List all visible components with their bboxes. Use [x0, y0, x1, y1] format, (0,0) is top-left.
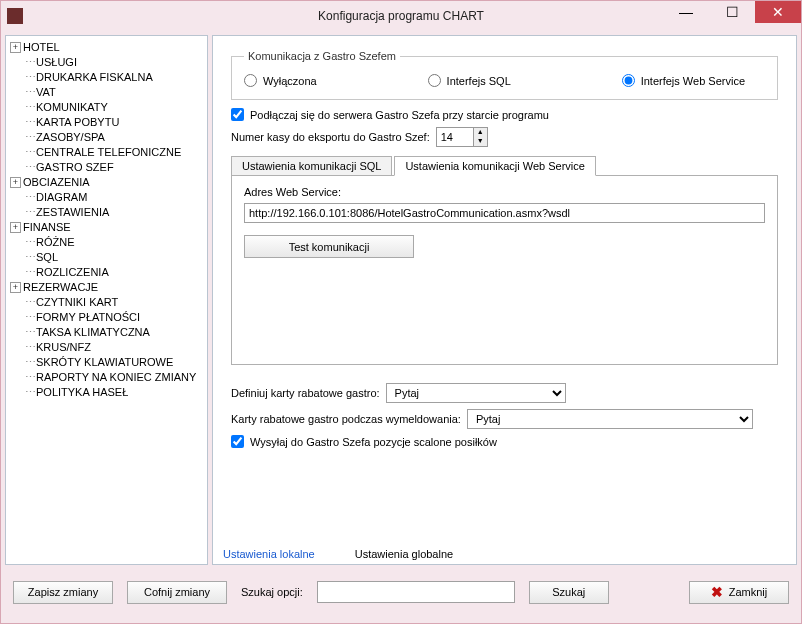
tree-item-label: KRUS/NFZ — [36, 340, 91, 355]
expand-icon[interactable]: + — [10, 42, 21, 53]
tree-item[interactable]: ⋯KRUS/NFZ — [6, 340, 207, 355]
group-legend: Komunikacja z Gastro Szefem — [244, 50, 400, 62]
close-button[interactable]: ✖ Zamknij — [689, 581, 789, 604]
test-communication-button[interactable]: Test komunikacji — [244, 235, 414, 258]
search-label: Szukaj opcji: — [241, 586, 303, 598]
tree-item[interactable]: ⋯CZYTNIKI KART — [6, 295, 207, 310]
tree-item[interactable]: ⋯GASTRO SZEF — [6, 160, 207, 175]
tree-item[interactable]: ⋯KOMUNIKATY — [6, 100, 207, 115]
bottom-toolbar: Zapisz zmiany Cofnij zmiany Szukaj opcji… — [1, 569, 801, 615]
radio-off[interactable]: Wyłączona — [244, 74, 317, 87]
tree-item-label: SKRÓTY KLAWIATUROWE — [36, 355, 173, 370]
settings-panel: Komunikacja z Gastro Szefem Wyłączona In… — [212, 35, 797, 565]
send-merged-checkbox[interactable]: Wysyłaj do Gastro Szefa pozycje scalone … — [231, 435, 497, 448]
tree-item[interactable]: ⋯SKRÓTY KLAWIATUROWE — [6, 355, 207, 370]
define-cards-select[interactable]: Pytaj — [386, 383, 566, 403]
tree-item-label: TAKSA KLIMATYCZNA — [36, 325, 150, 340]
tree-leaf-icon: ⋯ — [24, 205, 36, 220]
tree-leaf-icon: ⋯ — [24, 85, 36, 100]
tree-leaf-icon: ⋯ — [24, 190, 36, 205]
webservice-address-input[interactable] — [244, 203, 765, 223]
tree-leaf-icon: ⋯ — [24, 235, 36, 250]
checkout-cards-select[interactable]: Pytaj — [467, 409, 753, 429]
tab-web[interactable]: Ustawienia komunikacji Web Service — [394, 156, 596, 176]
tree-item[interactable]: ⋯ROZLICZENIA — [6, 265, 207, 280]
tree-item[interactable]: ⋯CENTRALE TELEFONICZNE — [6, 145, 207, 160]
tree-item[interactable]: ⋯POLITYKA HASEŁ — [6, 385, 207, 400]
search-button[interactable]: Szukaj — [529, 581, 609, 604]
minimize-button[interactable]: — — [663, 1, 709, 23]
radio-web[interactable]: Interfejs Web Service — [622, 74, 745, 87]
tree-item[interactable]: +FINANSE — [6, 220, 207, 235]
tree-item-label: USŁUGI — [36, 55, 77, 70]
tree-leaf-icon: ⋯ — [24, 340, 36, 355]
undo-button[interactable]: Cofnij zmiany — [127, 581, 227, 604]
tree-item-label: FORMY PŁATNOŚCI — [36, 310, 140, 325]
tree-item[interactable]: ⋯RÓŻNE — [6, 235, 207, 250]
tree-leaf-icon: ⋯ — [24, 265, 36, 280]
tree-item-label: CENTRALE TELEFONICZNE — [36, 145, 181, 160]
tab-panel-web: Adres Web Service: Test komunikacji — [231, 175, 778, 365]
tree-item[interactable]: +OBCIAZENIA — [6, 175, 207, 190]
expand-icon[interactable]: + — [10, 282, 21, 293]
tree-leaf-icon: ⋯ — [24, 385, 36, 400]
tree-leaf-icon: ⋯ — [24, 310, 36, 325]
tree-item[interactable]: ⋯SQL — [6, 250, 207, 265]
tree-leaf-icon: ⋯ — [24, 370, 36, 385]
tree-item-label: DIAGRAM — [36, 190, 87, 205]
tree-item-label: RAPORTY NA KONIEC ZMIANY — [36, 370, 196, 385]
tree-item-label: DRUKARKA FISKALNA — [36, 70, 153, 85]
tree-item-label: RÓŻNE — [36, 235, 75, 250]
tree-item-label: OBCIAZENIA — [23, 175, 90, 190]
settings-tree[interactable]: +HOTEL⋯USŁUGI⋯DRUKARKA FISKALNA⋯VAT⋯KOMU… — [5, 35, 208, 565]
tree-item[interactable]: ⋯DRUKARKA FISKALNA — [6, 70, 207, 85]
tree-leaf-icon: ⋯ — [24, 250, 36, 265]
tab-sql[interactable]: Ustawienia komunikacji SQL — [231, 156, 392, 176]
cash-number-input[interactable] — [437, 128, 473, 146]
tree-item-label: FINANSE — [23, 220, 71, 235]
tree-leaf-icon: ⋯ — [24, 100, 36, 115]
local-settings-link[interactable]: Ustawienia lokalne — [223, 548, 315, 560]
tree-item-label: ZESTAWIENIA — [36, 205, 109, 220]
global-settings-label: Ustawienia globalne — [355, 548, 453, 560]
tree-leaf-icon: ⋯ — [24, 115, 36, 130]
tree-item[interactable]: ⋯KARTA POBYTU — [6, 115, 207, 130]
cash-number-spinner[interactable]: ▲ ▼ — [436, 127, 488, 147]
tree-item[interactable]: ⋯FORMY PŁATNOŚCI — [6, 310, 207, 325]
spin-up-icon[interactable]: ▲ — [473, 128, 487, 137]
tree-item[interactable]: ⋯VAT — [6, 85, 207, 100]
maximize-button[interactable]: ☐ — [709, 1, 755, 23]
expand-icon[interactable]: + — [10, 177, 21, 188]
tree-item[interactable]: +REZERWACJE — [6, 280, 207, 295]
tree-item-label: ROZLICZENIA — [36, 265, 109, 280]
spin-down-icon[interactable]: ▼ — [473, 137, 487, 146]
tree-item-label: ZASOBY/SPA — [36, 130, 105, 145]
tree-item-label: CZYTNIKI KART — [36, 295, 118, 310]
tree-item[interactable]: ⋯ZASOBY/SPA — [6, 130, 207, 145]
save-button[interactable]: Zapisz zmiany — [13, 581, 113, 604]
radio-sql[interactable]: Interfejs SQL — [428, 74, 511, 87]
tree-item-label: GASTRO SZEF — [36, 160, 114, 175]
tree-item[interactable]: ⋯ZESTAWIENIA — [6, 205, 207, 220]
tree-item-label: HOTEL — [23, 40, 60, 55]
tree-leaf-icon: ⋯ — [24, 70, 36, 85]
tree-leaf-icon: ⋯ — [24, 160, 36, 175]
tree-item-label: REZERWACJE — [23, 280, 98, 295]
search-input[interactable] — [317, 581, 515, 603]
tree-item[interactable]: ⋯DIAGRAM — [6, 190, 207, 205]
communication-group: Komunikacja z Gastro Szefem Wyłączona In… — [231, 50, 778, 100]
tree-item[interactable]: ⋯USŁUGI — [6, 55, 207, 70]
tree-leaf-icon: ⋯ — [24, 130, 36, 145]
tree-leaf-icon: ⋯ — [24, 55, 36, 70]
tree-item[interactable]: +HOTEL — [6, 40, 207, 55]
window-close-button[interactable]: ✕ — [755, 1, 801, 23]
tree-item[interactable]: ⋯TAKSA KLIMATYCZNA — [6, 325, 207, 340]
close-icon: ✖ — [711, 584, 723, 600]
tree-item[interactable]: ⋯RAPORTY NA KONIEC ZMIANY — [6, 370, 207, 385]
tree-item-label: SQL — [36, 250, 58, 265]
checkout-cards-label: Karty rabatowe gastro podczas wymeldowan… — [231, 413, 461, 425]
expand-icon[interactable]: + — [10, 222, 21, 233]
connect-on-start-checkbox[interactable]: Podłączaj się do serwera Gastro Szefa pr… — [231, 108, 549, 121]
tree-item-label: KARTA POBYTU — [36, 115, 119, 130]
define-cards-label: Definiuj karty rabatowe gastro: — [231, 387, 380, 399]
